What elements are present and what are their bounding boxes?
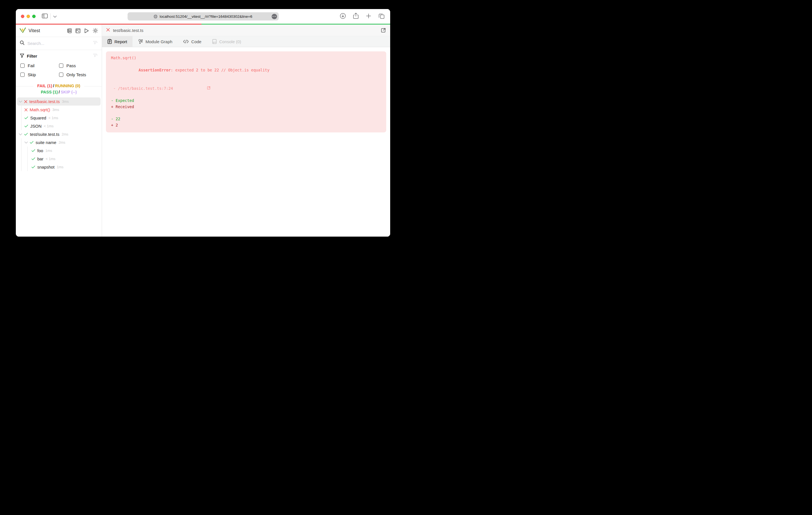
- view-tabs: ReportModule GraphCodeConsole (0): [102, 36, 390, 47]
- error-assertion: AssertionError: expected 2 to be 22 // O…: [111, 61, 381, 80]
- filter-checkbox-skip[interactable]: Skip: [20, 72, 59, 77]
- diff-received-value: + 2: [111, 122, 381, 128]
- test-name: Squared: [30, 116, 46, 120]
- chevron-down-icon[interactable]: [24, 142, 28, 144]
- close-window-button[interactable]: [21, 15, 24, 18]
- tree-row-snapshot[interactable]: snapshot1ms: [28, 163, 100, 171]
- test-duration: < 1ms: [46, 157, 55, 161]
- diff-received-label: + Received: [111, 104, 381, 110]
- downloads-icon[interactable]: [340, 13, 346, 20]
- test-duration: 1ms: [46, 149, 52, 153]
- pass-check-icon: [31, 165, 35, 169]
- tree-row-test-basic-test-ts[interactable]: test/basic.test.ts3ms: [17, 97, 100, 105]
- module-graph-icon: [138, 39, 143, 44]
- tree-row-squared[interactable]: Squared< 1ms: [22, 114, 100, 122]
- test-name: foo: [37, 148, 43, 153]
- checkbox-label: Skip: [28, 72, 36, 77]
- report-content: Math.sqrt() AssertionError: expected 2 t…: [102, 47, 390, 237]
- tab-console-0[interactable]: Console (0): [207, 36, 246, 47]
- globe-icon: [154, 14, 158, 18]
- checkbox-label: Only Tests: [66, 72, 86, 77]
- tab-label: Code: [191, 39, 201, 44]
- tab-code[interactable]: Code: [178, 36, 207, 47]
- tree-row-json[interactable]: JSON< 1ms: [22, 122, 100, 130]
- url-bar[interactable]: localhost:51204/__vitest__/#/?file=16484…: [127, 12, 279, 21]
- filter-checkbox-only-tests[interactable]: Only Tests: [59, 72, 98, 77]
- pass-check-icon: [24, 133, 28, 136]
- filter-checkbox-pass[interactable]: Pass: [59, 63, 98, 68]
- run-all-icon[interactable]: [84, 28, 89, 33]
- chevron-down-icon[interactable]: [19, 100, 22, 103]
- tab-label: Console (0): [219, 39, 241, 44]
- test-duration: 1ms: [57, 165, 64, 169]
- pass-check-icon: [24, 116, 28, 119]
- fail-count: FAIL (1): [37, 84, 52, 88]
- test-name: test/suite.test.ts: [30, 132, 59, 137]
- url-text: localhost:51204/__vitest__/#/?file=16484…: [160, 14, 252, 19]
- browser-window: localhost:51204/__vitest__/#/?file=16484…: [16, 9, 390, 237]
- clear-search-filter-icon[interactable]: [93, 40, 98, 46]
- open-in-editor-icon[interactable]: [381, 28, 386, 33]
- running-count: RUNNING (0): [55, 84, 80, 88]
- console-icon: [212, 39, 217, 44]
- pass-count: PASS (1): [41, 90, 58, 94]
- checkbox[interactable]: [59, 72, 63, 77]
- zoom-window-button[interactable]: [32, 15, 36, 18]
- page-settings-icon[interactable]: [271, 14, 277, 19]
- minimize-window-button[interactable]: [27, 15, 30, 18]
- checkbox-label: Pass: [66, 63, 76, 68]
- test-name: JSON: [30, 124, 41, 128]
- checkbox[interactable]: [59, 63, 63, 68]
- checkbox[interactable]: [20, 72, 25, 77]
- pass-check-icon: [31, 149, 35, 152]
- dashboard-icon[interactable]: [76, 28, 81, 33]
- tree-children: suite name2msfoo1msbar< 1mssnapshot1ms: [21, 138, 102, 171]
- test-tree: test/basic.test.ts3msMath.sqrt()3msSquar…: [16, 97, 102, 237]
- checkbox[interactable]: [20, 63, 25, 68]
- tree-row-math-sqrt[interactable]: Math.sqrt()3ms: [22, 105, 100, 114]
- test-name: bar: [37, 156, 44, 161]
- filter-checkbox-fail[interactable]: Fail: [20, 63, 59, 68]
- theme-toggle-icon[interactable]: [93, 28, 98, 33]
- fail-x-icon: [106, 28, 110, 33]
- tree-view-icon[interactable]: [67, 28, 72, 33]
- chevron-down-icon[interactable]: [19, 133, 22, 135]
- filter-section: Filter FailPassSkipOnly Tests: [16, 50, 102, 82]
- pass-check-icon: [24, 124, 28, 128]
- tree-children: foo1msbar< 1mssnapshot1ms: [27, 147, 102, 171]
- test-name: Math.sqrt(): [30, 107, 50, 112]
- search-input[interactable]: [27, 41, 93, 46]
- skip-count: SKIP (--): [61, 90, 77, 94]
- tab-report[interactable]: Report: [102, 36, 133, 47]
- error-location[interactable]: - /test/basic.test.ts:7:24: [111, 86, 173, 92]
- code-icon: [183, 39, 189, 43]
- chevron-down-icon[interactable]: [53, 14, 57, 19]
- test-name: snapshot: [37, 164, 55, 170]
- tab-overview-icon[interactable]: [379, 13, 384, 20]
- diff-expected-label: - Expected: [111, 98, 381, 104]
- test-name: suite name: [36, 140, 56, 145]
- sidebar-toggle-icon[interactable]: [42, 13, 48, 20]
- tab-module-graph[interactable]: Module Graph: [133, 36, 178, 47]
- search-icon: [20, 40, 25, 46]
- tree-row-test-suite-test-ts[interactable]: test/suite.test.ts2ms: [17, 130, 100, 138]
- test-duration: < 1ms: [49, 116, 58, 120]
- share-icon[interactable]: [353, 13, 358, 20]
- open-file-title: test/basic.test.ts: [113, 28, 144, 33]
- tree-row-suite-name[interactable]: suite name2ms: [22, 138, 100, 147]
- tree-row-bar[interactable]: bar< 1ms: [28, 155, 100, 163]
- clear-filter-icon[interactable]: [93, 53, 98, 59]
- tree-row-foo[interactable]: foo1ms: [28, 147, 100, 155]
- fail-x-icon: [24, 100, 27, 103]
- tab-label: Report: [114, 39, 127, 44]
- test-duration: 3ms: [62, 100, 69, 103]
- test-duration: < 1ms: [44, 124, 53, 128]
- report-icon: [107, 39, 112, 44]
- checkbox-label: Fail: [28, 63, 34, 68]
- diff-expected-value: - 22: [111, 116, 381, 122]
- open-location-icon[interactable]: [175, 79, 210, 98]
- main-panel: test/basic.test.ts ReportModule GraphCod…: [102, 25, 390, 237]
- tab-label: Module Graph: [145, 39, 172, 44]
- filter-icon: [20, 53, 24, 59]
- new-tab-icon[interactable]: [366, 13, 371, 20]
